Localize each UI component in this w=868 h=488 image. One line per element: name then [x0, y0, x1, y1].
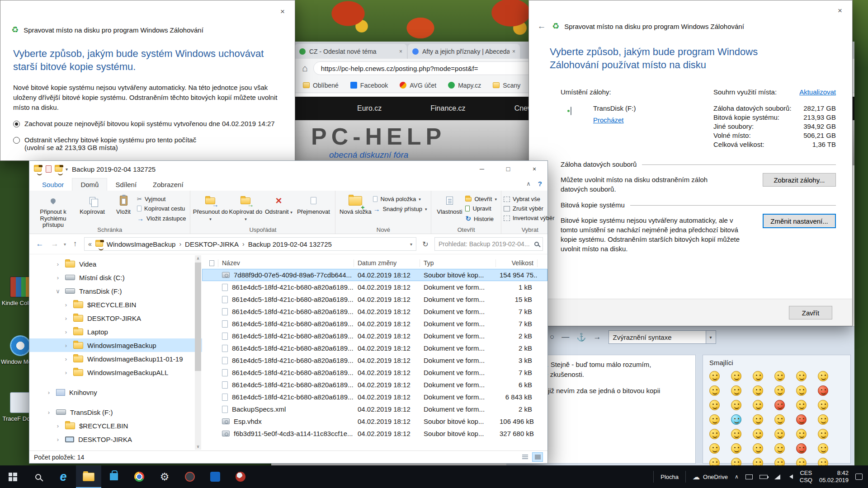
display-tray-icon[interactable] — [745, 474, 753, 479]
taskbar-store-button[interactable] — [101, 465, 127, 488]
dialog-title-bar[interactable]: ♻ Spravovat místo na disku pro program W… — [11, 26, 203, 34]
home-icon[interactable]: ⌂ — [302, 63, 308, 74]
smiley-icon[interactable] — [753, 371, 763, 381]
network-icon[interactable] — [774, 474, 780, 479]
explorer-title-bar[interactable]: ▾ Backup 2019-02-04 132725 ─ □ × — [29, 161, 547, 177]
tab-home[interactable]: Domů — [72, 178, 107, 191]
breadcrumb-dropdown-icon[interactable]: ▾ — [410, 242, 412, 247]
smiley-icon[interactable] — [753, 400, 763, 410]
taskbar-settings-button[interactable]: ⚙ — [152, 465, 177, 488]
column-header-date[interactable]: Datum změny — [354, 259, 420, 267]
taskbar-search-button[interactable] — [25, 465, 51, 488]
tab-file[interactable]: Soubor — [34, 178, 72, 191]
file-row[interactable]: 861e4dc5-18fd-421c-b680-a820a6189... 04.… — [202, 379, 547, 391]
copy-to-button[interactable]: → Kopírovat do ▾ — [228, 192, 263, 222]
bookmark-item[interactable]: Facebook — [350, 82, 388, 89]
delete-all-images-option[interactable]: Odstranit všechny bitové kopie systému p… — [13, 136, 196, 151]
new-item-button[interactable]: Nová položka▾ — [373, 196, 427, 202]
smiley-icon[interactable] — [709, 429, 720, 439]
onedrive-label[interactable]: OneDrive — [703, 474, 728, 480]
smiley-icon[interactable] — [774, 458, 785, 465]
new-folder-button[interactable]: + Nová složka — [338, 192, 373, 216]
smiley-icon[interactable] — [753, 429, 763, 439]
select-all-button[interactable]: Vybrat vše — [504, 196, 555, 202]
dash-icon[interactable]: — — [561, 333, 569, 342]
file-row[interactable]: 861e4dc5-18fd-421c-b680-a820a6189... 04.… — [202, 366, 547, 379]
breadcrumb[interactable]: « WindowsImageBackup › DESKTOP-JIRKA › B… — [84, 237, 416, 251]
tree-item[interactable]: › DESKTOP-JIRKA — [29, 311, 202, 325]
onedrive-cloud-icon[interactable]: ☁ — [693, 473, 700, 481]
change-settings-button[interactable]: Změnit nastavení... — [763, 214, 836, 228]
navpane-scrollbar[interactable]: ∧ ∨ — [195, 255, 201, 450]
select-none-button[interactable]: Zrušit výběr — [504, 205, 555, 212]
tree-item[interactable]: ∨ TransDisk (F:) — [29, 284, 202, 298]
file-row[interactable]: 861e4dc5-18fd-421c-b680-a820a6189... 04.… — [202, 293, 547, 305]
file-row[interactable]: 861e4dc5-18fd-421c-b680-a820a6189... 04.… — [202, 342, 547, 354]
tab-close-icon[interactable]: × — [512, 48, 515, 55]
search-icon[interactable] — [534, 242, 539, 246]
close-dialog-button[interactable]: Zavřít — [789, 306, 832, 319]
anchor-icon[interactable]: ⚓ — [576, 333, 586, 342]
tree-item[interactable]: › TransDisk (F:) — [29, 405, 202, 419]
desktop-toolbar-label[interactable]: Plocha — [660, 474, 679, 480]
smiley-icon[interactable] — [731, 458, 741, 465]
taskbar-app-button-1[interactable] — [177, 465, 203, 488]
file-row[interactable]: f6b3d911-5e0f-4cd3-a114-11c83ccf1e... 04… — [202, 427, 547, 440]
tree-item[interactable]: › WindowsImageBackup11-01-19 — [29, 352, 202, 366]
smiley-icon[interactable] — [818, 443, 828, 454]
smiley-icon[interactable] — [818, 400, 828, 410]
minimize-button[interactable]: ─ — [469, 161, 495, 177]
smiley-icon[interactable] — [818, 371, 828, 381]
large-icons-view-button[interactable] — [532, 452, 543, 462]
tab-share[interactable]: Sdílení — [107, 178, 145, 191]
smiley-icon[interactable] — [709, 414, 720, 425]
forward-button[interactable]: → — [49, 239, 61, 249]
taskbar-edge-button[interactable]: e — [51, 465, 76, 488]
smiley-icon[interactable] — [774, 414, 785, 425]
smiley-icon[interactable] — [753, 385, 763, 396]
back-button[interactable]: ← — [34, 239, 46, 249]
search-input[interactable]: Prohledat: Backup 2019-02-04... — [434, 237, 543, 251]
file-row[interactable]: 861e4dc5-18fd-421c-b680-a820a6189... 04.… — [202, 305, 547, 318]
smiley-icon[interactable] — [709, 443, 720, 454]
expand-collapse-icon[interactable]: › — [63, 356, 69, 362]
expand-collapse-icon[interactable]: › — [55, 261, 61, 267]
smiley-icon[interactable] — [818, 414, 828, 425]
expand-collapse-icon[interactable]: › — [46, 409, 52, 416]
smiley-icon[interactable] — [753, 414, 763, 425]
cut-button[interactable]: ✂Vyjmout — [137, 196, 186, 202]
hidden-icons-chevron[interactable]: ∧ — [735, 474, 739, 480]
move-to-button[interactable]: → Přesunout do ▾ — [193, 192, 228, 222]
smiley-icon[interactable] — [753, 458, 763, 465]
bookmark-item[interactable]: AVG účet — [400, 82, 436, 89]
tree-item[interactable]: › DESKTOP-JIRKA — [29, 432, 202, 446]
scroll-up-icon[interactable]: ∧ — [195, 256, 201, 261]
bookmark-item[interactable]: Scany — [493, 82, 520, 89]
show-backups-button[interactable]: Zobrazit zálohy... — [763, 173, 836, 187]
smiley-icon[interactable] — [731, 443, 741, 454]
breadcrumb-segment[interactable]: Backup 2019-02-04 132725 — [248, 240, 332, 248]
smiley-icon[interactable] — [774, 371, 785, 381]
expand-collapse-icon[interactable]: › — [63, 328, 69, 335]
smiley-icon[interactable] — [753, 443, 763, 454]
taskbar-app-button-2[interactable] — [203, 465, 228, 488]
breadcrumb-segment[interactable]: DESKTOP-JIRKA — [185, 240, 239, 248]
close-icon[interactable]: × — [832, 5, 848, 17]
file-row[interactable]: 861e4dc5-18fd-421c-b680-a820a6189... 04.… — [202, 391, 547, 403]
tree-item[interactable]: › $RECYCLE.BIN — [29, 419, 202, 432]
select-all-checkbox[interactable] — [202, 259, 218, 267]
close-icon[interactable]: × — [275, 6, 290, 18]
taskbar-chrome-button[interactable] — [127, 465, 152, 488]
tree-item[interactable]: › Videa — [29, 257, 202, 271]
browser-tab[interactable]: CZ - Odeslat nové téma × — [295, 44, 407, 59]
taskbar-irfanview-button[interactable] — [228, 465, 253, 488]
smiley-icon[interactable] — [774, 400, 785, 410]
invert-selection-button[interactable]: Invertovat výběr — [504, 215, 555, 221]
smiley-icon[interactable] — [796, 458, 807, 465]
tree-item[interactable]: › Knihovny — [29, 385, 202, 399]
open-button[interactable]: Otevřít▾ — [465, 196, 497, 202]
file-row[interactable]: 861e4dc5-18fd-421c-b680-a820a6189... 04.… — [202, 354, 547, 366]
smiley-icon[interactable] — [731, 385, 741, 396]
help-icon[interactable]: ? — [538, 180, 542, 188]
refresh-link[interactable]: Aktualizovat — [799, 88, 836, 96]
